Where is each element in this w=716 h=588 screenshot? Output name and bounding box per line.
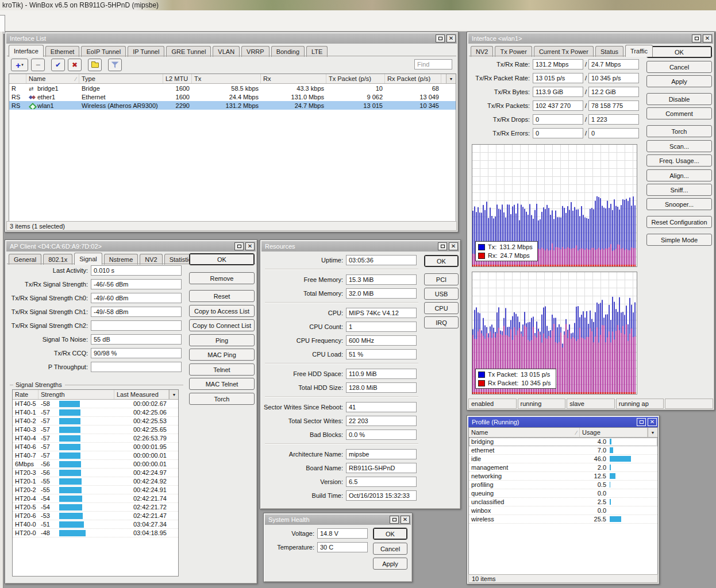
column-header-last-measured[interactable]: Last Measured: [114, 390, 169, 399]
interface-row-ether1[interactable]: RSether1Ethernet160024.4 Mbps131.0 Mbps9…: [9, 92, 456, 101]
rx-value[interactable]: 12.2 GiB: [588, 87, 639, 97]
window-maximize-button[interactable]: [438, 242, 447, 250]
field-value[interactable]: 600 MHz: [346, 335, 417, 346]
signal-row-6mbps[interactable]: 6Mbps-5600:00:00.01: [13, 460, 178, 469]
reset-configuration-button[interactable]: Reset Configuration: [646, 216, 712, 228]
window-close-button[interactable]: ✕: [446, 34, 456, 42]
column-header-name[interactable]: Name∕: [26, 74, 79, 83]
sniff-button[interactable]: Sniff...: [646, 184, 712, 196]
freq-usage-button[interactable]: Freq. Usage...: [646, 154, 712, 167]
field-value[interactable]: 32.0 MiB: [346, 288, 417, 299]
window-close-button[interactable]: ✕: [401, 516, 410, 524]
usb-button[interactable]: USB: [424, 288, 459, 300]
remove-button[interactable]: Remove: [189, 272, 255, 284]
interface-row-bridge1[interactable]: Rbridge1Bridge160058.5 kbps43.3 kbps1068: [9, 84, 456, 92]
signal-row-ht40-7[interactable]: HT40-7-5700:00:00.01: [13, 451, 178, 460]
signal-row-ht20-5[interactable]: HT20-5-5402:42:21.72: [13, 503, 178, 512]
field-value[interactable]: Oct/16/2013 15:32:33: [346, 490, 417, 501]
field-value[interactable]: 110.9 MiB: [346, 369, 417, 379]
field-value[interactable]: 15.3 MiB: [346, 274, 417, 285]
column-header-flags[interactable]: [9, 74, 26, 83]
profile-row-networking[interactable]: networking12.5: [469, 472, 657, 481]
profile-row-idle[interactable]: idle46.0: [469, 455, 657, 463]
ok-button[interactable]: OK: [424, 255, 459, 267]
field-value[interactable]: 0.0 %: [346, 430, 417, 440]
signal-row-ht40-2[interactable]: HT40-2-5700:42:25.53: [13, 417, 178, 425]
ok-button[interactable]: OK: [189, 253, 255, 265]
signal-row-ht20-3[interactable]: HT20-3-5600:42:24.97: [13, 469, 178, 477]
field-value[interactable]: 03:05:36: [346, 255, 417, 265]
tx-value[interactable]: 13 015 p/s: [533, 73, 583, 83]
window-maximize-button[interactable]: [390, 516, 399, 524]
enable-button[interactable]: ✔: [51, 59, 65, 71]
align-button[interactable]: Align...: [646, 169, 712, 181]
scan-button[interactable]: Scan...: [646, 140, 712, 152]
field-value[interactable]: -46/-56 dBm: [91, 279, 182, 289]
field-value[interactable]: -49/-58 dBm: [91, 307, 182, 317]
tx-value[interactable]: 102 437 270: [533, 100, 583, 111]
window-close-button[interactable]: ✕: [703, 34, 712, 42]
apply-button[interactable]: Apply: [373, 558, 407, 570]
header-dropdown-button[interactable]: ▼: [446, 74, 456, 83]
window-maximize-button[interactable]: [436, 34, 445, 42]
column-header-tx-packet-p-s[interactable]: Tx Packet (p/s): [326, 74, 385, 83]
profile-row-wireless[interactable]: wireless25.5: [469, 515, 657, 524]
signal-row-ht40-0[interactable]: HT40-0-5103:04:27.34: [13, 520, 178, 529]
find-input[interactable]: [414, 59, 452, 69]
header-dropdown-button[interactable]: ▼: [169, 390, 179, 399]
field-value[interactable]: [91, 362, 182, 372]
column-header-rate[interactable]: Rate: [13, 390, 39, 399]
column-header-usage[interactable]: Usage: [580, 428, 648, 437]
signal-row-ht20-0[interactable]: HT20-0-4803:04:18.95: [13, 529, 178, 537]
signal-row-ht40-5[interactable]: HT40-5-5800:00:02.67: [13, 400, 178, 408]
comment-button[interactable]: Comment: [646, 107, 712, 119]
column-header-strength[interactable]: Strength: [39, 390, 114, 399]
tab-signal[interactable]: Signal: [74, 253, 102, 265]
ok-button[interactable]: OK: [646, 46, 712, 58]
ok-button[interactable]: OK: [373, 528, 407, 540]
ping-button[interactable]: Ping: [189, 334, 255, 346]
reset-button[interactable]: Reset: [189, 290, 255, 302]
column-header-tx[interactable]: Tx: [192, 74, 261, 83]
signal-row-ht40-4[interactable]: HT40-4-5702:26:53.79: [13, 434, 178, 443]
add-button[interactable]: +▾: [11, 59, 28, 71]
resources-titlebar[interactable]: Resources ✕: [261, 241, 459, 252]
tab-interface[interactable]: Interface: [9, 45, 44, 57]
interface-list-titlebar[interactable]: Interface List ✕: [6, 33, 457, 44]
window-close-button[interactable]: ✕: [245, 242, 255, 250]
field-value[interactable]: 1: [346, 322, 417, 332]
pci-button[interactable]: PCI: [424, 273, 459, 285]
comment-button[interactable]: [88, 59, 102, 71]
torch-button[interactable]: Torch: [646, 125, 712, 137]
window-maximize-button[interactable]: [234, 242, 244, 250]
profile-row-bridging[interactable]: bridging4.0: [469, 438, 657, 446]
header-dropdown-button[interactable]: ▼: [648, 428, 657, 437]
profile-row-profiling[interactable]: profiling0.5: [469, 481, 657, 489]
rx-value[interactable]: 0: [588, 128, 639, 138]
field-value[interactable]: 41: [346, 402, 417, 412]
copy-to-connect-list-button[interactable]: Copy to Connect List: [189, 319, 255, 331]
cancel-button[interactable]: Cancel: [373, 543, 407, 555]
window-close-button[interactable]: ✕: [648, 418, 657, 426]
signal-row-ht20-6[interactable]: HT20-6-5302:42:21.47: [13, 512, 178, 520]
rx-value[interactable]: 78 158 775: [588, 100, 639, 111]
column-header-rx[interactable]: Rx: [261, 74, 326, 83]
telnet-button[interactable]: Telnet: [189, 363, 255, 376]
window-maximize-button[interactable]: [637, 418, 646, 426]
window-close-button[interactable]: ✕: [449, 242, 458, 250]
signal-row-ht40-6[interactable]: HT40-6-5700:00:01.95: [13, 443, 178, 451]
signal-row-ht40-3[interactable]: HT40-3-5700:42:25.65: [13, 425, 178, 434]
mac-ping-button[interactable]: MAC Ping: [189, 349, 255, 361]
field-value[interactable]: mipsbe: [346, 449, 417, 459]
disable-button[interactable]: Disable: [646, 93, 712, 105]
tab-traffic[interactable]: Traffic: [625, 45, 653, 57]
torch-button[interactable]: Torch: [189, 393, 255, 405]
signal-row-ht20-4[interactable]: HT20-4-5402:42:21.74: [13, 494, 178, 503]
profile-row-management[interactable]: management2.0: [469, 463, 657, 472]
tx-value[interactable]: 0: [533, 114, 583, 125]
field-value[interactable]: 128.0 MiB: [346, 382, 417, 393]
column-header-l2-mtu[interactable]: L2 MTU: [163, 74, 192, 83]
field-value[interactable]: 51 %: [346, 349, 417, 359]
filter-button[interactable]: [108, 59, 122, 71]
cpu-button[interactable]: CPU: [424, 302, 459, 314]
